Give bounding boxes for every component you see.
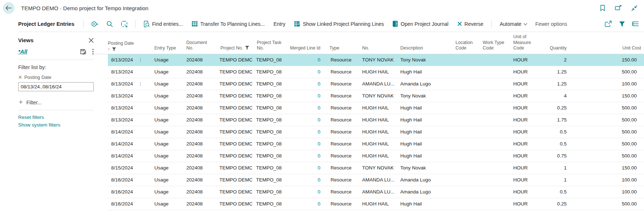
cell-posting_date[interactable]: 8/13/2024 bbox=[108, 117, 133, 123]
cell-project_task_no[interactable]: TEMPO_08 bbox=[252, 129, 287, 135]
cell-type[interactable]: Resource bbox=[323, 105, 356, 111]
bookmark-icon[interactable] bbox=[600, 5, 605, 11]
cell-project_task_no[interactable]: TEMPO_08 bbox=[252, 117, 287, 123]
table-row[interactable]: 8/16/2024Usage202408TEMPO DEMOTEMPO_080R… bbox=[108, 174, 644, 186]
cell-description[interactable]: Hugh Hail bbox=[394, 153, 449, 159]
column-header-merged_line_id[interactable]: Merged Line Id bbox=[287, 32, 323, 54]
table-row[interactable]: 8/16/2024Usage202408TEMPO DEMOTEMPO_080R… bbox=[108, 198, 644, 210]
posting-date-filter-input[interactable] bbox=[18, 82, 94, 91]
save-view-icon[interactable] bbox=[80, 49, 86, 55]
cell-project_task_no[interactable]: TEMPO_08 bbox=[252, 165, 287, 171]
view-all-link[interactable]: *All bbox=[18, 48, 27, 55]
cell-unit_cost[interactable]: 150.00 bbox=[570, 57, 644, 63]
cell-entry_type[interactable]: Usage bbox=[150, 105, 180, 111]
cell-type[interactable]: Resource bbox=[323, 153, 356, 159]
cell-merged_line_id[interactable]: 0 bbox=[287, 165, 323, 171]
cell-project_task_no[interactable]: TEMPO_08 bbox=[252, 201, 287, 207]
reset-filters-link[interactable]: Reset filters bbox=[18, 115, 94, 120]
cell-posting_date[interactable]: 8/13/2024 bbox=[108, 105, 133, 111]
cell-quantity[interactable]: 1 bbox=[543, 165, 570, 171]
cell-no[interactable]: HUGH HAIL bbox=[356, 105, 394, 111]
automate-menu-button[interactable]: Automate bbox=[497, 20, 530, 28]
cell-project_task_no[interactable]: TEMPO_08 bbox=[252, 105, 287, 111]
cell-no[interactable]: HUGH HAIL bbox=[356, 129, 394, 135]
views-lens-button[interactable] bbox=[89, 19, 101, 29]
cell-unit_of_measure_code[interactable]: HOUR bbox=[507, 165, 543, 171]
cell-type[interactable]: Resource bbox=[323, 81, 356, 87]
cell-description[interactable]: Amanda Lugo bbox=[394, 189, 449, 195]
cell-unit_of_measure_code[interactable]: HOUR bbox=[507, 93, 543, 99]
cell-entry_type[interactable]: Usage bbox=[150, 165, 180, 171]
column-header-entry_type[interactable]: Entry Type bbox=[150, 32, 180, 54]
cell-project_no[interactable]: TEMPO DEMO bbox=[216, 201, 252, 207]
open-project-journal-button[interactable]: Open Project Journal bbox=[390, 19, 451, 28]
cell-description[interactable]: Hugh Hail bbox=[394, 201, 449, 207]
cell-project_task_no[interactable]: TEMPO_08 bbox=[252, 69, 287, 75]
cell-type[interactable]: Resource bbox=[323, 129, 356, 135]
cell-no[interactable]: AMANDA LU... bbox=[356, 189, 394, 195]
cell-unit_of_measure_code[interactable]: HOUR bbox=[507, 141, 543, 147]
cell-project_no[interactable]: TEMPO DEMO bbox=[216, 57, 252, 63]
cell-unit_of_measure_code[interactable]: HOUR bbox=[507, 129, 543, 135]
cell-merged_line_id[interactable]: 0 bbox=[287, 93, 323, 99]
cell-project_task_no[interactable]: TEMPO_08 bbox=[252, 177, 287, 183]
cell-document_no[interactable]: 202408 bbox=[180, 93, 216, 99]
cell-quantity[interactable]: 2 bbox=[543, 57, 570, 63]
cell-posting_date[interactable]: 8/14/2024 bbox=[108, 153, 133, 159]
cell-document_no[interactable]: 202408 bbox=[180, 165, 216, 171]
cell-document_no[interactable]: 202408 bbox=[180, 177, 216, 183]
cell-description[interactable]: Tony Novak bbox=[394, 93, 449, 99]
cell-no[interactable]: TONY NOVAK bbox=[356, 165, 394, 171]
cell-no[interactable]: HUGH HAIL bbox=[356, 117, 394, 123]
row-more-options-icon[interactable]: ⋮ bbox=[133, 81, 150, 87]
cell-document_no[interactable]: 202408 bbox=[180, 201, 216, 207]
table-row[interactable]: 8/13/2024Usage202408TEMPO DEMOTEMPO_080R… bbox=[108, 114, 644, 126]
cell-no[interactable]: HUGH HAIL bbox=[356, 153, 394, 159]
cell-unit_cost[interactable]: 100.00 bbox=[570, 189, 644, 195]
reverse-button[interactable]: Reverse bbox=[454, 20, 486, 28]
column-header-unit_of_measure_code[interactable]: Unit of Measure Code bbox=[507, 32, 543, 54]
cell-unit_cost[interactable]: 500.00 bbox=[570, 129, 644, 135]
cell-entry_type[interactable]: Usage bbox=[150, 153, 180, 159]
cell-quantity[interactable]: 0.25 bbox=[543, 105, 570, 111]
filter-icon[interactable] bbox=[619, 21, 625, 27]
cell-quantity[interactable]: 1.75 bbox=[543, 117, 570, 123]
cell-project_no[interactable]: TEMPO DEMO bbox=[216, 81, 252, 87]
cell-quantity[interactable]: 1.25 bbox=[543, 81, 570, 87]
cell-unit_of_measure_code[interactable]: HOUR bbox=[507, 201, 543, 207]
cell-entry_type[interactable]: Usage bbox=[150, 117, 180, 123]
cell-document_no[interactable]: 202408 bbox=[180, 69, 216, 75]
show-linked-planning-lines-button[interactable]: Show Linked Project Planning Lines bbox=[291, 20, 387, 28]
cell-project_no[interactable]: TEMPO DEMO bbox=[216, 117, 252, 123]
cell-type[interactable]: Resource bbox=[323, 165, 356, 171]
cell-project_no[interactable]: TEMPO DEMO bbox=[216, 165, 252, 171]
popout-icon[interactable] bbox=[615, 5, 622, 11]
cell-quantity[interactable]: 0.25 bbox=[543, 201, 570, 207]
column-header-location_code[interactable]: Location Code bbox=[449, 32, 477, 54]
cell-unit_cost[interactable]: 100.00 bbox=[570, 81, 644, 87]
cell-quantity[interactable]: 0.5 bbox=[543, 129, 570, 135]
cell-project_no[interactable]: TEMPO DEMO bbox=[216, 129, 252, 135]
table-row[interactable]: 8/14/2024Usage202408TEMPO DEMOTEMPO_080R… bbox=[108, 138, 644, 150]
cell-posting_date[interactable]: 8/15/2024 bbox=[108, 165, 133, 171]
cell-merged_line_id[interactable]: 0 bbox=[287, 81, 323, 87]
cell-document_no[interactable]: 202408 bbox=[180, 105, 216, 111]
cell-project_no[interactable]: TEMPO DEMO bbox=[216, 105, 252, 111]
cell-posting_date[interactable]: 8/13/2024 bbox=[108, 93, 133, 99]
cell-unit_cost[interactable]: 150.00 bbox=[570, 93, 644, 99]
close-filter-pane-icon[interactable] bbox=[89, 38, 94, 43]
cell-document_no[interactable]: 202408 bbox=[180, 153, 216, 159]
column-header-work_type_code[interactable]: Work Type Code bbox=[477, 32, 507, 54]
cell-description[interactable]: Hugh Hail bbox=[394, 129, 449, 135]
cell-merged_line_id[interactable]: 0 bbox=[287, 69, 323, 75]
cell-project_task_no[interactable]: TEMPO_08 bbox=[252, 141, 287, 147]
cell-unit_of_measure_code[interactable]: HOUR bbox=[507, 189, 543, 195]
cell-unit_cost[interactable]: 150.00 bbox=[570, 165, 644, 171]
cell-description[interactable]: Hugh Hail bbox=[394, 141, 449, 147]
cell-project_no[interactable]: TEMPO DEMO bbox=[216, 189, 252, 195]
cell-entry_type[interactable]: Usage bbox=[150, 93, 180, 99]
remove-filter-icon[interactable]: ✕ bbox=[18, 75, 22, 80]
table-row[interactable]: 8/14/2024Usage202408TEMPO DEMOTEMPO_080R… bbox=[108, 150, 644, 162]
table-row[interactable]: 8/14/2024Usage202408TEMPO DEMOTEMPO_080R… bbox=[108, 126, 644, 138]
cell-unit_of_measure_code[interactable]: HOUR bbox=[507, 117, 543, 123]
